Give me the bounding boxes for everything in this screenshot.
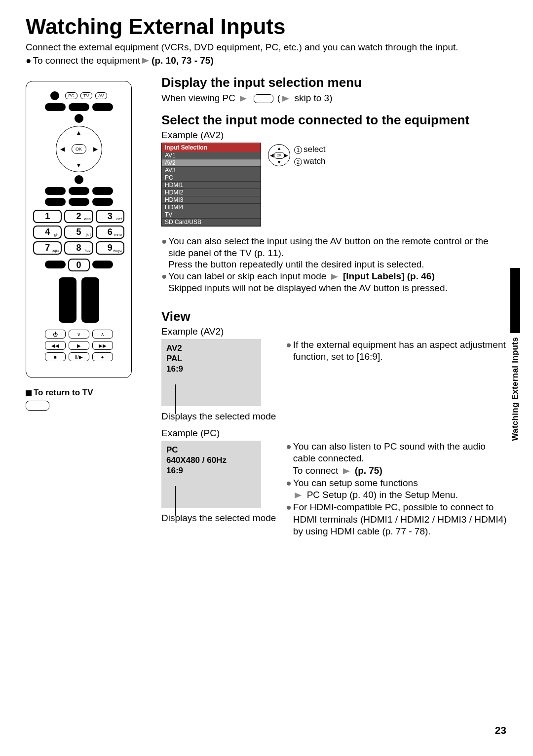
preview-box-av2: AV2 PAL 16:9	[161, 339, 261, 406]
section2-notes: ●You can also select the input using the…	[161, 235, 507, 294]
input-selection-menu: Input Selection AV1 AV2 AV3 PC HDMI1 HDM…	[161, 143, 261, 227]
return-to-tv: To return to TV	[26, 388, 132, 398]
chevron-right-icon: ▶	[93, 146, 98, 152]
remote-illustration: PC TV AV ▲ ▼ ◀ ▶ OK 1 2abc 3def 4ghi 5jk	[26, 81, 132, 378]
power-icon	[50, 91, 59, 100]
nav-pad: ▲ ▼ ◀ ▶ OK	[56, 126, 102, 172]
section2-example: Example (AV2)	[161, 130, 507, 141]
previewB-caption: Displays the selected mode	[161, 513, 276, 524]
remote-key-tv: TV	[80, 92, 92, 99]
intro-text: Connect the external equipment (VCRs, DV…	[26, 41, 507, 53]
side-tab: Watching External Inputs	[510, 268, 520, 441]
section3-heading: View	[161, 309, 507, 324]
arrow-right-icon	[282, 96, 289, 102]
remote-key-pc: PC	[65, 92, 77, 99]
page-title: Watching External Inputs	[26, 15, 507, 38]
connect-prefix: To connect the equipment	[33, 55, 140, 66]
section1-line: When viewing PC ( skip to 3)	[161, 92, 507, 105]
bullet-icon: ●	[26, 55, 31, 66]
chevron-left-icon: ◀	[60, 146, 65, 152]
keypad: 1 2abc 3def 4ghi 5jk l 6mno 7pqrs 8tuv 9…	[30, 210, 127, 255]
connect-ref: (p. 10, 73 - 75)	[152, 55, 214, 66]
section3-exampleB: Example (PC)	[161, 428, 507, 439]
chevron-up-icon: ▲	[76, 129, 82, 136]
connect-equipment-line: ● To connect the equipment (p. 10, 73 - …	[26, 55, 507, 66]
arrow-right-icon	[142, 58, 149, 64]
arrow-right-icon	[240, 96, 247, 102]
button-outline-icon	[254, 94, 273, 103]
page-number: 23	[495, 724, 506, 736]
chevron-down-icon: ▼	[76, 162, 82, 169]
remote-key-av: AV	[95, 92, 107, 99]
tv-button-outline	[26, 401, 49, 411]
keypad-zero: 0	[68, 259, 90, 271]
menu-header: Input Selection	[162, 143, 261, 152]
arrow-right-icon	[295, 492, 302, 498]
section1-heading: Display the input selection menu	[161, 75, 507, 90]
square-icon	[26, 390, 32, 396]
preview-box-pc: PC 640X480 / 60Hz 16:9	[161, 441, 261, 508]
side-tab-marker	[510, 268, 520, 333]
arrow-right-icon	[343, 468, 350, 474]
section3-exampleA: Example (AV2)	[161, 326, 507, 337]
ok-button: OK	[72, 144, 86, 154]
arrow-right-icon	[331, 274, 338, 280]
ok-nav-diagram: ▲ ▼ ◀ ▶ OK 1select 2watch	[268, 143, 325, 168]
previewA-caption: Displays the selected mode	[161, 411, 276, 422]
section2-heading: Select the input mode connected to the e…	[161, 113, 507, 128]
